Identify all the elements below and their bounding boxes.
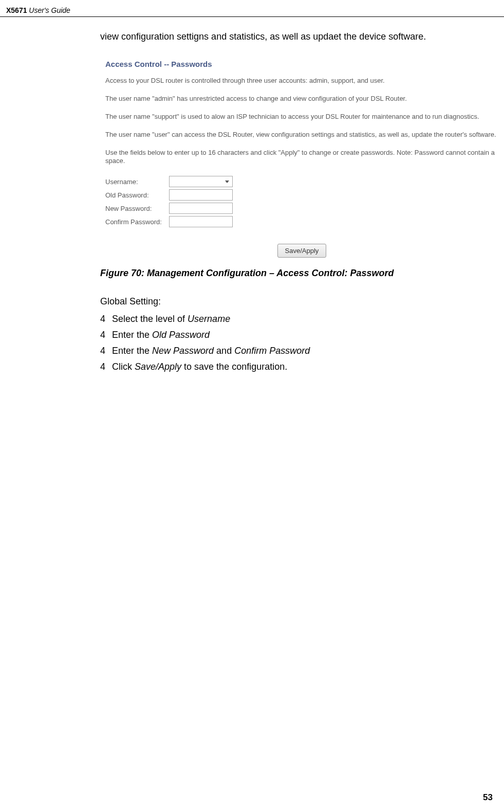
step-text: Select the level of xyxy=(112,314,188,324)
step-em: Save/Apply xyxy=(135,362,181,372)
step-text: and xyxy=(214,346,234,356)
shot-paragraph: The user name "user" can access the DSL … xyxy=(105,131,498,139)
step-item: 4 Enter the New Password and Confirm Pas… xyxy=(100,344,483,358)
step-item: 4 Click Save/Apply to save the configura… xyxy=(100,360,483,374)
step-item: 4 Enter the Old Password xyxy=(100,328,483,342)
step-number: 4 xyxy=(100,312,109,326)
new-password-input[interactable] xyxy=(169,203,233,214)
step-text: Enter the xyxy=(112,346,152,356)
steps-list: 4 Select the level of Username 4 Enter t… xyxy=(100,312,483,374)
step-number: 4 xyxy=(100,328,109,342)
shot-paragraph: The user name "support" is used to alow … xyxy=(105,113,498,121)
step-item: 4 Select the level of Username xyxy=(100,312,483,326)
header-model: X5671 xyxy=(6,6,27,14)
intro-text: view configuration settigns and statisti… xyxy=(100,31,483,42)
step-text: to save the configuration. xyxy=(181,362,287,372)
step-em: Confirm Password xyxy=(234,346,310,356)
password-form: Username: Old Password: New Password: Co… xyxy=(105,175,235,228)
username-label: Username: xyxy=(105,175,169,188)
step-em: Old Password xyxy=(152,330,210,340)
global-setting-heading: Global Setting: xyxy=(100,296,483,307)
save-apply-button[interactable]: Save/Apply xyxy=(277,244,327,258)
shot-paragraph: The user name "admin" has unrestricted a… xyxy=(105,95,498,103)
shot-paragraph: Access to your DSL router is controlled … xyxy=(105,77,498,85)
step-em: Username xyxy=(188,314,230,324)
confirm-password-label: Confirm Password: xyxy=(105,215,169,228)
old-password-label: Old Password: xyxy=(105,188,169,202)
screenshot-access-control: Access Control -- Passwords Access to yo… xyxy=(100,52,503,265)
step-text: Click xyxy=(112,362,135,372)
step-number: 4 xyxy=(100,344,109,358)
shot-paragraph: Use the fields below to enter up to 16 c… xyxy=(105,149,498,166)
page-number: 53 xyxy=(483,792,493,803)
old-password-input[interactable] xyxy=(169,189,233,201)
confirm-password-input[interactable] xyxy=(169,216,233,227)
step-number: 4 xyxy=(100,360,109,374)
header-rest: User's Guide xyxy=(27,6,70,14)
figure-caption: Figure 70: Management Configuration – Ac… xyxy=(100,268,483,279)
step-text: Enter the xyxy=(112,330,152,340)
new-password-label: New Password: xyxy=(105,202,169,215)
username-select[interactable] xyxy=(169,176,233,187)
shot-title: Access Control -- Passwords xyxy=(105,60,498,68)
page-header: X5671 User's Guide xyxy=(0,0,504,17)
step-em: New Password xyxy=(152,346,214,356)
